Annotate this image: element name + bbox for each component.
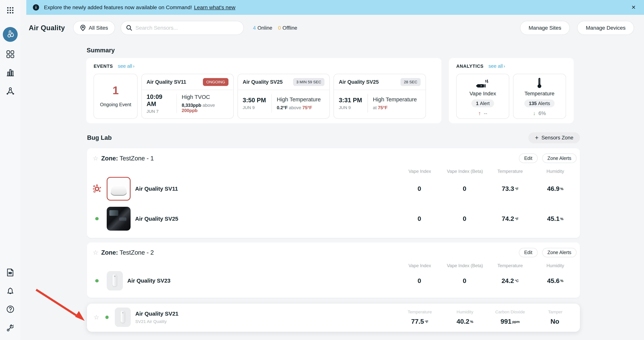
event-duration-badge: 3 MIN 59 SEC	[293, 78, 325, 86]
analytics-see-all-link[interactable]: see all›	[488, 63, 505, 69]
event-card-head: Air Quality SV25 3 MIN 59 SEC	[238, 74, 330, 90]
air-quality-icon	[5, 29, 15, 39]
alert-count-badge: 1 Alert	[471, 99, 494, 107]
device-status	[87, 217, 107, 220]
trend-indicator: ↓6%	[533, 110, 546, 116]
zone-actions: Edit Zone Alerts	[519, 154, 576, 163]
sidebar-item-help[interactable]	[4, 303, 16, 316]
zone-title: Zone: TestZone - 1	[101, 155, 154, 162]
device-name: Air Quality SV23	[127, 278, 170, 284]
zone-title: Zone: TestZone - 2	[101, 249, 154, 256]
bar-chart-icon	[6, 68, 15, 77]
metric-value: 0	[397, 277, 442, 285]
wrench-icon	[6, 324, 15, 332]
column-header: Vape Index	[397, 169, 442, 174]
drafting-compass-icon	[6, 87, 15, 96]
manage-sites-button[interactable]: Manage Sites	[520, 21, 570, 35]
sidebar-item-settings[interactable]	[4, 322, 16, 334]
manage-devices-button[interactable]: Manage Devices	[577, 21, 634, 35]
event-detail: High Temperature at 75°F	[373, 96, 417, 110]
vape-icon	[476, 78, 490, 89]
metric-value: 45.1%	[533, 215, 578, 222]
ongoing-event-counter-card[interactable]: 1 Ongoing Event	[94, 74, 138, 119]
star-icon[interactable]: ☆	[93, 249, 98, 256]
device-name: Air Quality SV25	[135, 216, 178, 222]
device-status	[87, 279, 107, 282]
site-filter-button[interactable]: All Sites	[73, 21, 115, 35]
device-row-sv25[interactable]: Air Quality SV25 0 0 74.2°F 45.1%	[87, 204, 580, 234]
event-card[interactable]: Air Quality SV25 28 SEC 3:31 PM JUN 9 Hi…	[334, 74, 426, 119]
events-panel-head: EVENTS see all›	[94, 63, 434, 69]
event-status-badge: ONGOING	[203, 78, 228, 86]
zone-edit-button[interactable]: Edit	[519, 248, 538, 257]
metric-value: 0	[397, 185, 442, 192]
online-status-dot	[106, 316, 108, 319]
divider	[272, 94, 272, 113]
sidebar-item-notifications[interactable]	[4, 285, 16, 297]
metric: TamperNo	[533, 309, 578, 325]
device-row-sv23[interactable]: Air Quality SV23 0 0 24.2°C 45.6%	[87, 268, 580, 294]
event-card-head: Air Quality SV25 28 SEC	[334, 74, 426, 90]
column-header: Vape Index (Beta)	[442, 263, 488, 268]
page-header: Air Quality All Sites	[20, 15, 644, 41]
event-time: 10:09 AM JUN 7	[146, 93, 172, 114]
column-header: Vape Index	[397, 263, 442, 268]
analytics-panel-head: ANALYTICS see all›	[456, 63, 566, 69]
alert-count-badge: 135 Alerts	[524, 99, 554, 107]
site-section-header: Bug Lab + Sensors Zone	[87, 132, 580, 143]
add-sensors-zone-button[interactable]: + Sensors Zone	[528, 132, 580, 143]
apps-grid-icon[interactable]	[4, 4, 16, 16]
vape-index-card[interactable]: Vape Index 1 Alert ↑--	[456, 74, 509, 119]
device-name: Air Quality SV21 SV21 Air Quality	[135, 311, 178, 324]
event-detail: High Temperature 0.2°F above 75°F	[277, 96, 321, 110]
temperature-card[interactable]: Temperature 135 Alerts ↓6%	[513, 74, 566, 119]
device-status	[99, 316, 115, 319]
device-metrics: Temperature77.5°F Humidity40.2% Carbon D…	[397, 309, 578, 325]
zone-card-testzone-2: ☆ Zone: TestZone - 2 Edit Zone Alerts Va…	[87, 242, 580, 298]
event-cards: 1 Ongoing Event Air Quality SV11 ONGOING…	[94, 74, 434, 119]
star-icon[interactable]: ☆	[94, 314, 99, 321]
device-status	[87, 184, 107, 194]
plus-icon: +	[535, 135, 538, 141]
close-icon[interactable]: ✕	[629, 3, 638, 11]
device-metrics: 0 0 74.2°F 45.1%	[397, 215, 578, 222]
event-card-head: Air Quality SV11 ONGOING	[142, 74, 233, 90]
metric-value: 24.2°C	[488, 277, 532, 285]
zone-actions: Edit Zone Alerts	[519, 248, 576, 257]
event-card[interactable]: Air Quality SV25 3 MIN 59 SEC 3:50 PM JU…	[238, 74, 330, 119]
zone-edit-button[interactable]: Edit	[519, 154, 538, 163]
metric-column-headers: Vape Index Vape Index (Beta) Temperature…	[87, 163, 580, 174]
event-device-name: Air Quality SV11	[146, 79, 186, 85]
sidebar-item-dashboard[interactable]	[4, 48, 16, 60]
column-header: Temperature	[488, 263, 532, 268]
page-title: Air Quality	[29, 24, 65, 32]
metric-value: 0	[442, 215, 488, 222]
event-card-body: 3:31 PM JUN 9 High Temperature at 75°F	[334, 90, 426, 118]
search-input[interactable]	[136, 25, 238, 31]
metric-column-headers: Vape Index Vape Index (Beta) Temperature…	[87, 257, 580, 268]
device-thumbnail	[107, 271, 123, 291]
device-subtitle: SV21 Air Quality	[135, 319, 178, 324]
offline-count: 0Offline	[278, 25, 297, 31]
star-icon[interactable]: ☆	[93, 155, 98, 162]
sidebar-item-bug-report[interactable]	[4, 266, 16, 279]
zone-alerts-button[interactable]: Zone Alerts	[542, 248, 577, 257]
sidebar-item-analytics[interactable]	[4, 66, 16, 79]
sidebar-item-design[interactable]	[4, 85, 16, 97]
learn-whats-new-link[interactable]: Learn what's new	[194, 4, 236, 10]
column-header: Temperature	[488, 169, 532, 174]
device-row-sv11[interactable]: Air Quality SV11 0 0 73.3°F 46.9%	[87, 174, 580, 204]
events-see-all-link[interactable]: see all›	[118, 63, 134, 69]
device-row-sv21-highlighted[interactable]: ☆ Air Quality SV21 SV21 Air Quality Temp…	[87, 304, 580, 332]
event-card[interactable]: Air Quality SV11 ONGOING 10:09 AM JUN 7 …	[141, 74, 234, 119]
sidebar-item-air-quality-selected[interactable]	[3, 27, 18, 42]
analytics-cards: Vape Index 1 Alert ↑--	[456, 74, 566, 119]
event-card-body: 3:50 PM JUN 9 High Temperature 0.2°F abo…	[238, 90, 330, 118]
zone-alerts-button[interactable]: Zone Alerts	[542, 154, 577, 163]
metric-value: 0	[397, 215, 442, 222]
sidebar	[0, 0, 20, 340]
metric: Temperature77.5°F	[397, 309, 442, 325]
analytics-metric-name: Temperature	[524, 90, 554, 97]
metric-value: 46.9%	[533, 185, 578, 192]
header-actions: Manage Sites Manage Devices	[520, 21, 634, 35]
